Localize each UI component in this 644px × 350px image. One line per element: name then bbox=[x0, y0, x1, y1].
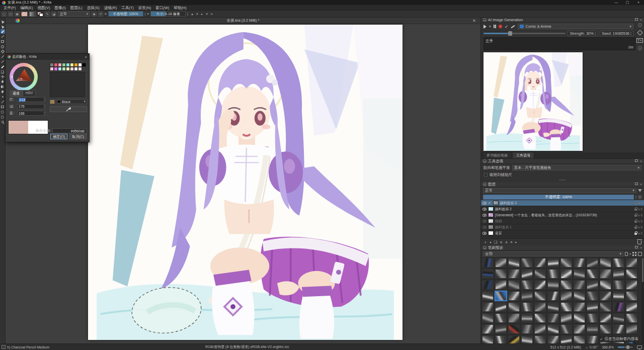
close-docker-icon[interactable]: × bbox=[640, 183, 642, 186]
chevron-down-icon[interactable]: ▾ bbox=[490, 240, 492, 244]
brush-preset-thumbnail[interactable] bbox=[586, 257, 599, 268]
layer-lock-icon[interactable] bbox=[634, 221, 637, 223]
brush-preset-thumbnail[interactable] bbox=[573, 313, 586, 323]
brush-preset-thumbnail[interactable] bbox=[547, 280, 559, 290]
brush-preset-icon[interactable]: ◪ bbox=[51, 12, 56, 17]
menu-item-0[interactable]: 文件(F) bbox=[2, 5, 18, 11]
brush-preset-thumbnail[interactable] bbox=[560, 313, 573, 323]
color-swatch[interactable] bbox=[66, 67, 70, 71]
chevron-down-icon[interactable]: ▾ bbox=[196, 12, 198, 16]
minimize-button[interactable]: — bbox=[611, 0, 622, 5]
menu-item-8[interactable]: 设置(N) bbox=[136, 5, 153, 11]
brush-preset-thumbnail[interactable] bbox=[560, 302, 573, 312]
channel-input[interactable]: 166▴▾ bbox=[17, 111, 46, 116]
detail-view-icon[interactable] bbox=[638, 252, 642, 256]
hsv-triangle[interactable] bbox=[15, 68, 33, 86]
brush-preset-thumbnail[interactable] bbox=[547, 335, 559, 343]
brush-preset-thumbnail[interactable] bbox=[599, 269, 612, 279]
zoom-level[interactable]: 366.8% bbox=[602, 345, 614, 349]
tab-tool-options[interactable]: 工具选项 bbox=[512, 152, 534, 158]
brush-preset-thumbnail[interactable] bbox=[534, 280, 546, 290]
contiguous-select-tool[interactable] bbox=[1, 115, 5, 119]
collapse-icon[interactable] bbox=[483, 183, 487, 186]
layer-visibility-icon[interactable] bbox=[482, 232, 487, 235]
color-swatch[interactable] bbox=[58, 63, 62, 67]
crop-tool[interactable] bbox=[1, 69, 5, 74]
layer-row[interactable]: 背景α≡ bbox=[481, 230, 644, 236]
brush-preset-thumbnail[interactable] bbox=[612, 313, 625, 323]
layer-row[interactable]: ✓颜料图层 3α≡ bbox=[481, 200, 644, 206]
rectangle-tool[interactable] bbox=[1, 39, 5, 44]
brush-preset-thumbnail[interactable] bbox=[521, 257, 533, 268]
brush-preset-thumbnail[interactable] bbox=[612, 324, 625, 334]
brush-preset-thumbnail[interactable] bbox=[534, 302, 546, 312]
brush-preset-thumbnail[interactable] bbox=[534, 269, 546, 279]
style-dropdown[interactable]: Comic & Anime ▾ bbox=[518, 24, 633, 29]
brush-preset-thumbnail[interactable] bbox=[547, 302, 559, 312]
alpha-lock-icon[interactable]: α bbox=[638, 220, 639, 223]
layer-options-icon[interactable]: ≡ bbox=[640, 232, 642, 235]
color-swatch[interactable] bbox=[50, 67, 54, 71]
brush-preset-thumbnail[interactable] bbox=[495, 335, 507, 343]
brush-preset-thumbnail[interactable] bbox=[508, 302, 520, 312]
layer-opacity-slider[interactable]: 不透明度: 100% bbox=[483, 195, 634, 200]
chevron-down-icon[interactable]: ▾ bbox=[206, 12, 208, 16]
brush-preset-thumbnail[interactable] bbox=[586, 302, 599, 312]
brush-preset-thumbnail[interactable] bbox=[573, 335, 586, 343]
tool-options-header[interactable]: 工具选项 × bbox=[481, 159, 644, 164]
snap-assistants-checkbox[interactable] bbox=[484, 173, 488, 177]
brush-preset-thumbnail[interactable] bbox=[573, 257, 586, 268]
brush-preset-thumbnail[interactable] bbox=[599, 302, 612, 312]
brush-preset-thumbnail[interactable] bbox=[625, 291, 638, 301]
freehand-path-tool[interactable] bbox=[1, 64, 5, 69]
layer-blend-dropdown[interactable]: 正常 ▾ bbox=[483, 188, 636, 193]
brush-preset-thumbnail[interactable] bbox=[521, 302, 533, 312]
gradient-chooser[interactable] bbox=[29, 12, 36, 17]
fg-bg-color-chooser[interactable] bbox=[37, 12, 43, 17]
brush-preset-thumbnail[interactable] bbox=[612, 302, 625, 312]
brush-preset-thumbnail[interactable] bbox=[521, 335, 533, 343]
brush-preset-thumbnail[interactable] bbox=[573, 291, 586, 301]
menu-item-7[interactable]: 工具(T) bbox=[119, 5, 136, 11]
alpha-lock-icon[interactable]: α bbox=[638, 208, 639, 211]
polyline-tool[interactable] bbox=[1, 54, 5, 59]
layer-opacity-options-icon[interactable]: ≡ bbox=[638, 195, 642, 199]
channel-spinner[interactable]: ▴▾ bbox=[44, 98, 45, 102]
bezier-tool[interactable] bbox=[1, 59, 5, 64]
color-swatch[interactable] bbox=[78, 63, 82, 67]
palette-chooser-icon[interactable] bbox=[50, 100, 55, 104]
docker-splitter[interactable] bbox=[481, 178, 644, 182]
color-swatch[interactable] bbox=[62, 67, 66, 71]
color-swatch[interactable] bbox=[70, 63, 74, 67]
brush-preset-thumbnail[interactable] bbox=[560, 291, 573, 301]
polygon-tool[interactable] bbox=[1, 49, 5, 54]
layer-visibility-icon[interactable] bbox=[482, 214, 487, 217]
brush-preset-thumbnail[interactable] bbox=[625, 324, 638, 334]
layer-opacity-spinner[interactable]: ▴▾ bbox=[635, 195, 636, 199]
brush-preset-thumbnail[interactable] bbox=[495, 302, 507, 312]
brush-preset-thumbnail[interactable] bbox=[599, 291, 612, 301]
zoom-slider[interactable] bbox=[618, 346, 633, 348]
brush-preset-thumbnail[interactable] bbox=[534, 335, 546, 343]
smart-patch-tool[interactable] bbox=[1, 95, 5, 99]
brush-preset-thumbnail[interactable] bbox=[586, 324, 599, 334]
add-layer-button[interactable]: ＋ bbox=[484, 240, 488, 245]
grid-view-icon[interactable] bbox=[632, 252, 636, 256]
brush-preset-thumbnail[interactable] bbox=[495, 291, 507, 301]
tab-channels[interactable]: 通道 bbox=[10, 90, 23, 97]
brush-preset-thumbnail[interactable] bbox=[521, 280, 533, 290]
fill-tool[interactable] bbox=[1, 79, 5, 84]
layer-row[interactable]: 颜料图层 2α≡ bbox=[481, 206, 644, 212]
opacity-spinner[interactable]: ▴▾ bbox=[145, 12, 146, 16]
brush-preset-thumbnail[interactable] bbox=[547, 269, 559, 279]
measure-tool[interactable] bbox=[1, 100, 5, 104]
record-icon[interactable] bbox=[499, 25, 502, 28]
brush-presets-header[interactable]: 笔刷预设 × bbox=[481, 245, 644, 250]
brush-grid-scrollbar[interactable] bbox=[641, 257, 644, 343]
brush-preset-thumbnail[interactable] bbox=[521, 291, 533, 301]
brush-preset-thumbnail[interactable] bbox=[495, 313, 507, 323]
brush-preset-thumbnail[interactable] bbox=[495, 269, 507, 279]
duplicate-layer-button[interactable]: ❏ bbox=[494, 240, 498, 244]
layer-options-icon[interactable]: ≡ bbox=[640, 220, 642, 223]
close-button[interactable]: × bbox=[633, 0, 644, 5]
